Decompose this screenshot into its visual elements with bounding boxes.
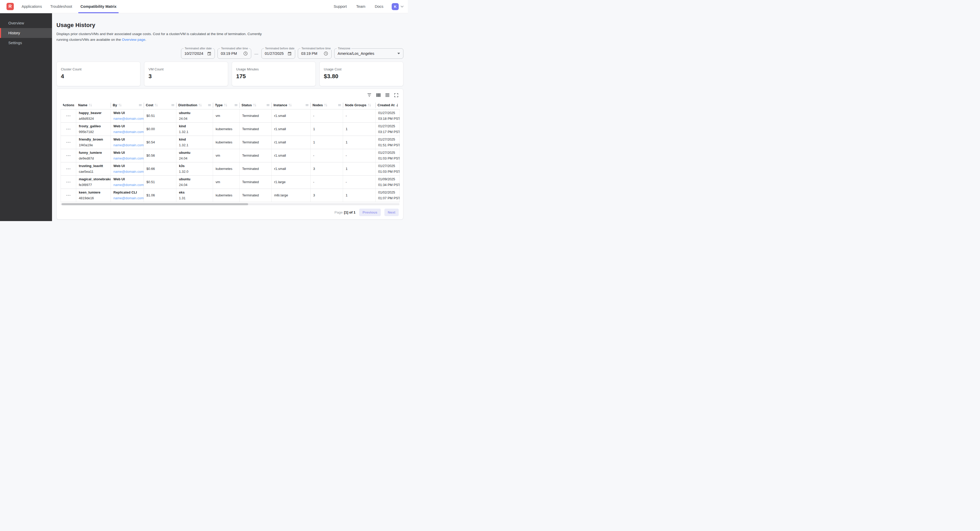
cluster-name: happy_beaver <box>79 111 108 115</box>
sort-desc-icon <box>396 103 398 107</box>
cell-name: trusting_leavittcae5ea11 <box>76 162 111 175</box>
stat-card-vm-count: VM Count3 <box>144 62 228 86</box>
by-email-link[interactable]: name@domain.com <box>113 183 141 187</box>
cell-node-groups: 1 <box>343 162 375 175</box>
tab-compatibility-matrix[interactable]: Compatibility Matrix <box>76 0 121 13</box>
cell-type: vm <box>213 109 240 122</box>
col-header-instance[interactable]: Instance <box>272 101 310 109</box>
main-content: Usage History Displays prior clusters/VM… <box>52 13 408 221</box>
cell-nodes: - <box>310 175 343 189</box>
cell-nodes: 1 <box>310 136 343 149</box>
scrollbar-thumb[interactable] <box>62 203 248 205</box>
nav-link-team[interactable]: Team <box>352 5 370 9</box>
top-navigation: R ApplicationsTroubleshootCompatibility … <box>0 0 408 13</box>
tab-applications[interactable]: Applications <box>18 0 46 13</box>
cell-created-at: 01/02/202501:07 PM PST <box>375 189 400 202</box>
next-page-button[interactable]: Next <box>384 209 399 216</box>
stat-value: 3 <box>148 73 224 80</box>
cell-distribution: k3s1.32.0 <box>177 162 213 175</box>
col-header-node-groups[interactable]: Node Groups <box>343 101 375 109</box>
page-value: [1] of 1 <box>344 211 355 214</box>
cell-name: frosty_galileo995b7182 <box>76 122 111 136</box>
cell-instance: r1.small <box>272 109 310 122</box>
col-header-name[interactable]: Name <box>76 101 111 109</box>
previous-page-button[interactable]: Previous <box>359 209 381 216</box>
cell-cost: $0.00 <box>144 122 177 136</box>
cell-instance: r1.small <box>272 136 310 149</box>
filter-button[interactable] <box>367 92 372 98</box>
nav-link-docs[interactable]: Docs <box>370 5 388 9</box>
created-time: 01:51 PM PST <box>378 143 397 147</box>
cell-node-groups: 1 <box>343 122 375 136</box>
row-actions-button[interactable] <box>65 113 72 119</box>
col-header-by[interactable]: By <box>111 101 144 109</box>
filter-label: Terminated before date <box>264 47 296 50</box>
chevron-down-icon[interactable] <box>401 5 404 8</box>
by-source: Web UI <box>113 164 141 168</box>
overview-page-link[interactable]: Overview page <box>122 38 145 41</box>
cell-created-at: 01/09/202501:34 PM PST <box>375 175 400 189</box>
sidebar-item-overview[interactable]: Overview <box>0 18 52 28</box>
cell-cost: $1.06 <box>144 189 177 202</box>
row-actions-button[interactable] <box>65 166 72 172</box>
row-actions-button[interactable] <box>65 179 72 185</box>
stat-label: Usage Cost <box>324 67 399 71</box>
filter-timezone[interactable]: TimezoneAmerica/Los_Angeles <box>334 48 403 59</box>
tab-troubleshoot[interactable]: Troubleshoot <box>46 0 76 13</box>
cell-instance: r1.small <box>272 149 310 162</box>
col-header-type[interactable]: Type <box>213 101 240 109</box>
cell-nodes: 3 <box>310 162 343 175</box>
sidebar-item-settings[interactable]: Settings <box>0 38 52 48</box>
cell-created-at: 01/27/202501:51 PM PST <box>375 136 400 149</box>
density-button[interactable] <box>385 92 390 98</box>
cell-created-at: 01/27/202503:18 PM PST <box>375 109 400 122</box>
column-menu-icon <box>235 104 237 106</box>
filter-terminated-after-time[interactable]: Terminated after time03:19 PM <box>218 48 251 59</box>
col-header-status[interactable]: Status <box>240 101 272 109</box>
sidebar: OverviewHistorySettings <box>0 13 52 221</box>
by-email-link[interactable]: name@domain.com <box>113 170 141 174</box>
more-horiz-icon <box>66 182 70 182</box>
by-source: Web UI <box>113 177 141 181</box>
usage-table-card: ActionsNameByCostDistributionTypeStatusI… <box>56 89 403 220</box>
replicated-logo[interactable]: R <box>6 3 14 10</box>
fullscreen-button[interactable] <box>393 92 399 98</box>
col-header-nodes[interactable]: Nodes <box>310 101 343 109</box>
nav-link-support[interactable]: Support <box>329 5 352 9</box>
col-header-label: Name <box>78 103 88 107</box>
filter-terminated-before-date[interactable]: Terminated before date01/27/2025 <box>261 48 295 59</box>
created-time: 03:18 PM PST <box>378 117 397 120</box>
filter-terminated-before-time[interactable]: Terminated before time03:19 PM <box>298 48 332 59</box>
fullscreen-icon <box>394 93 398 97</box>
by-email-link[interactable]: name@domain.com <box>113 143 141 147</box>
cluster-name: magical_stonebraker <box>79 177 108 181</box>
user-avatar[interactable]: K <box>392 3 399 10</box>
row-actions-button[interactable] <box>65 192 72 198</box>
columns-button[interactable] <box>376 92 381 98</box>
sidebar-item-history[interactable]: History <box>0 28 52 38</box>
by-email-link[interactable]: name@domain.com <box>113 130 141 134</box>
row-actions-button[interactable] <box>65 152 72 159</box>
cell-actions <box>61 122 76 136</box>
stat-card-cluster-count: Cluster Count4 <box>56 62 140 86</box>
col-header-cost[interactable]: Cost <box>144 101 177 109</box>
row-actions-button[interactable] <box>65 126 72 132</box>
cell-by: Web UIname@domain.com <box>111 162 144 175</box>
by-email-link[interactable]: name@domain.com <box>113 196 141 200</box>
by-email-link[interactable]: name@domain.com <box>113 156 141 160</box>
table-row: friendly_brown1f40a19eWeb UIname@domain.… <box>61 136 400 149</box>
calendar-icon <box>287 51 292 56</box>
cell-created-at: 01/27/202503:17 PM PST <box>375 122 400 136</box>
by-source: Web UI <box>113 151 141 155</box>
by-email-link[interactable]: name@domain.com <box>113 117 141 120</box>
filter-terminated-after-date[interactable]: Terminated after date10/27/2024 <box>181 48 215 59</box>
distribution-version: 1.32.0 <box>179 170 210 174</box>
created-date: 01/27/2025 <box>378 111 397 115</box>
cell-name: keen_lumiere4819de16 <box>76 189 111 202</box>
row-actions-button[interactable] <box>65 139 72 146</box>
sort-icon <box>224 103 228 107</box>
col-header-created-at[interactable]: Created At <box>375 101 400 109</box>
distribution-name: kind <box>179 124 210 128</box>
cell-distribution: ubuntu24.04 <box>177 175 213 189</box>
col-header-distribution[interactable]: Distribution <box>177 101 213 109</box>
